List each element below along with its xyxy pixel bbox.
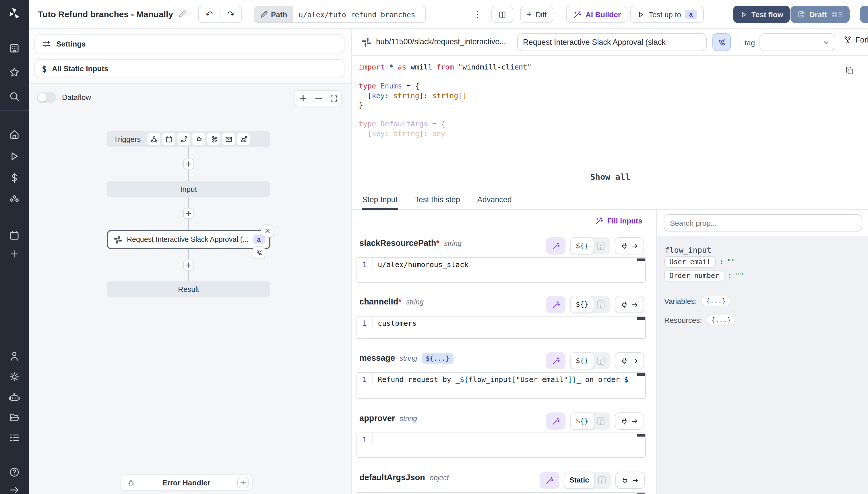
copy-code-icon[interactable] — [845, 66, 854, 75]
test-up-to-button[interactable]: Test up to a — [630, 6, 704, 23]
field-editor-message[interactable]: 1Refund request by _${flow_input["User e… — [356, 372, 646, 399]
fn-mode-button[interactable]: f — [594, 357, 608, 365]
input-node[interactable]: Input — [107, 181, 270, 197]
email-trigger-icon[interactable] — [222, 133, 235, 145]
prop-chip-user-email[interactable]: User email — [664, 256, 716, 268]
field-type: string — [406, 298, 424, 306]
home-icon[interactable] — [8, 129, 20, 140]
result-node[interactable]: Result — [107, 281, 270, 297]
field-editor-channelid[interactable]: 1customers — [356, 316, 646, 339]
kafka-trigger-icon[interactable] — [207, 133, 220, 145]
add-error-handler-button[interactable] — [237, 477, 249, 488]
edit-title-pencil-icon[interactable] — [178, 10, 186, 18]
ai-fill-button[interactable] — [546, 237, 566, 254]
http-route-trigger-icon[interactable] — [177, 133, 190, 145]
runs-play-icon[interactable] — [8, 151, 20, 162]
test-flow-button[interactable]: Test flow — [733, 6, 790, 23]
workspace-icon[interactable] — [8, 42, 20, 54]
fn-mode-button[interactable]: f — [595, 476, 609, 484]
prop-search-input[interactable] — [664, 214, 862, 231]
webhook-trigger-icon[interactable] — [147, 133, 160, 145]
search-icon[interactable] — [8, 91, 20, 102]
schedule-trigger-icon[interactable] — [162, 133, 175, 145]
flow-settings-button[interactable]: Settings — [35, 35, 344, 53]
fn-mode-button[interactable]: f — [594, 242, 608, 250]
settings-gear-icon[interactable] — [8, 371, 20, 383]
error-handler-node[interactable]: Error Handler — [121, 474, 253, 491]
code-viewer[interactable]: import * as wmill from "windmill-client"… — [352, 56, 868, 191]
audit-logs-list-icon[interactable] — [8, 432, 20, 443]
docs-book-button[interactable] — [491, 6, 513, 23]
fork-button[interactable]: Fork — [843, 36, 868, 44]
ai-fill-button[interactable] — [546, 296, 566, 313]
expr-mode-button[interactable]: ${} — [570, 296, 594, 313]
prop-chip-order-number[interactable]: Order number — [664, 270, 724, 282]
tab-test-this-step[interactable]: Test this step — [415, 191, 460, 210]
poll-trigger-icon[interactable] — [237, 133, 250, 145]
ai-fill-button[interactable] — [540, 472, 559, 489]
fit-view-button[interactable] — [330, 95, 337, 102]
slack-approval-step-node[interactable]: Request Interactive Slack Approval (... … — [107, 230, 270, 249]
more-options-kebab-icon[interactable]: ⋮ — [472, 7, 484, 22]
connect-plug-button[interactable] — [614, 237, 644, 254]
variables-expand-chip[interactable]: {...} — [702, 296, 730, 306]
tag-select[interactable] — [760, 33, 835, 51]
hub-script-path[interactable]: hub/11500/slack/request_interactive... — [376, 37, 506, 46]
field-editor-slackresourcepath[interactable]: 1u/alex/humorous_slack — [356, 257, 646, 283]
windmill-logo-icon[interactable] — [7, 6, 22, 21]
tab-advanced[interactable]: Advanced — [477, 191, 512, 210]
save-draft-button[interactable]: Draft ⌘S — [790, 6, 850, 23]
add-plus-icon[interactable] — [8, 248, 20, 260]
websocket-trigger-icon[interactable] — [192, 133, 205, 145]
bug-icon — [127, 478, 136, 487]
field-editor-defaultargsjson[interactable]: 1 — [356, 492, 646, 494]
connect-plug-button[interactable] — [614, 296, 644, 313]
step-summary-input[interactable] — [517, 33, 707, 51]
tab-step-input[interactable]: Step Input — [362, 191, 397, 210]
insert-step-button[interactable] — [183, 158, 194, 169]
dataflow-toggle[interactable] — [37, 92, 56, 103]
resources-expand-chip[interactable]: {...} — [707, 315, 736, 325]
connect-plug-button[interactable] — [614, 413, 644, 430]
user-icon[interactable] — [8, 350, 20, 362]
triggers-node[interactable]: Triggers — [107, 131, 270, 147]
variables-dollar-icon[interactable] — [8, 172, 20, 184]
expand-arrow-icon[interactable] — [8, 484, 20, 494]
ai-builder-button[interactable]: AI Builder — [566, 6, 628, 23]
workers-robot-icon[interactable] — [8, 392, 20, 403]
diff-button[interactable]: ± Diff — [520, 6, 553, 23]
prop-value: "" — [735, 272, 744, 280]
fn-mode-button[interactable]: f — [594, 417, 608, 425]
suspend-approval-button[interactable] — [712, 33, 731, 51]
help-icon[interactable] — [8, 467, 20, 478]
insert-step-button[interactable] — [183, 208, 194, 219]
deploy-button[interactable]: Deploy — [860, 6, 868, 23]
redo-button[interactable]: ↷ — [220, 6, 241, 22]
ai-fill-button[interactable] — [546, 413, 566, 430]
step-detail-pane: hub/11500/slack/request_interactive... t… — [351, 29, 868, 494]
zoom-in-button[interactable] — [299, 94, 307, 102]
show-all-code-button[interactable]: Show all — [352, 172, 868, 182]
field-editor-approver[interactable]: 1 — [356, 433, 646, 458]
path-value[interactable]: u/alex/tuto_refund_branches_ — [293, 6, 425, 22]
favorites-star-icon[interactable] — [8, 66, 20, 78]
suspend-approval-icon[interactable] — [253, 246, 265, 259]
path-group[interactable]: Path u/alex/tuto_refund_branches_ — [254, 6, 426, 23]
schedules-calendar-icon[interactable] — [8, 230, 20, 241]
resources-cubes-icon[interactable] — [8, 194, 20, 206]
expr-mode-button[interactable]: ${} — [570, 237, 594, 254]
fill-inputs-button[interactable]: Fill inputs — [594, 216, 643, 225]
all-static-inputs-button[interactable]: $ All Static Inputs — [35, 59, 344, 78]
insert-step-button[interactable] — [183, 260, 194, 270]
connect-plug-button[interactable] — [615, 472, 645, 489]
remove-step-button[interactable] — [261, 224, 274, 238]
ai-fill-button[interactable] — [546, 352, 566, 369]
expr-mode-button[interactable]: ${} — [570, 352, 594, 369]
static-mode-button[interactable]: Static — [564, 472, 595, 489]
fn-mode-button[interactable]: f — [594, 300, 608, 308]
expr-mode-button[interactable]: ${} — [570, 413, 594, 430]
folders-icon[interactable] — [8, 412, 20, 423]
connect-plug-button[interactable] — [614, 352, 644, 369]
undo-button[interactable]: ↶ — [199, 6, 220, 22]
zoom-out-button[interactable] — [314, 94, 322, 102]
